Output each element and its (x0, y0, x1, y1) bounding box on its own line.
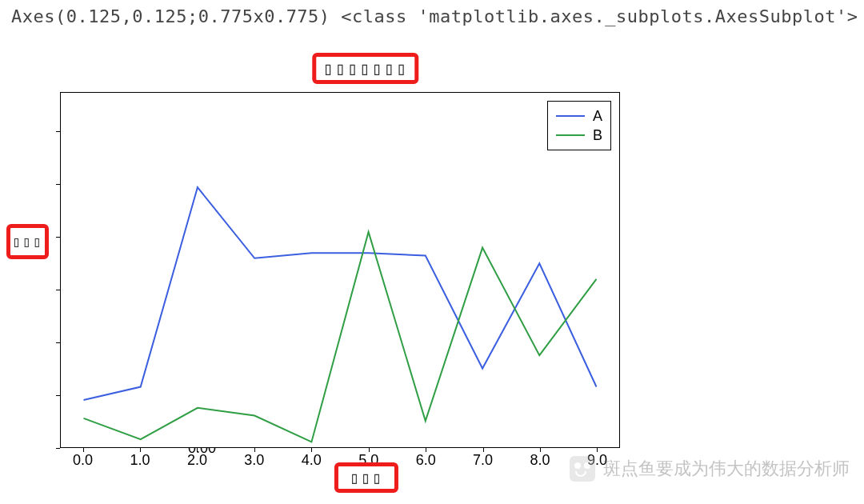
y-axis-label: ▯▯▯ (6, 224, 49, 259)
x-tick-label: 2.0 (187, 452, 207, 469)
watermark-text: 斑点鱼要成为伟大的数据分析师 (603, 457, 850, 481)
wechat-icon (570, 456, 595, 482)
series-line-B (84, 232, 597, 442)
legend-swatch (556, 134, 585, 136)
chart-title: ▯▯▯▯▯▯▯ (312, 53, 418, 84)
legend-item: A (556, 106, 602, 126)
chart-container: ▯▯▯▯▯▯▯ ▯▯▯ 0.000.200.400.600.801.001.20… (0, 48, 720, 496)
series-line-A (84, 187, 597, 400)
line-plot-svg (61, 93, 619, 447)
axes-repr-text: Axes(0.125,0.125;0.775x0.775) <class 'ma… (11, 6, 858, 26)
x-tick-label: 4.0 (302, 452, 322, 469)
plot-area: AB (60, 92, 620, 448)
x-tick-label: 8.0 (530, 452, 550, 469)
watermark: 斑点鱼要成为伟大的数据分析师 (570, 456, 850, 482)
legend-swatch (556, 115, 585, 117)
x-tick-label: 1.0 (130, 452, 150, 469)
legend: AB (547, 101, 611, 150)
legend-item: B (556, 126, 602, 145)
x-axis-label: ▯▯▯ (334, 462, 398, 493)
x-tick-label: 0.0 (73, 452, 93, 469)
legend-label: B (593, 127, 602, 144)
legend-label: A (593, 108, 602, 125)
x-tick-label: 3.0 (244, 452, 264, 469)
x-tick-label: 6.0 (416, 452, 436, 469)
x-tick-label: 7.0 (473, 452, 493, 469)
